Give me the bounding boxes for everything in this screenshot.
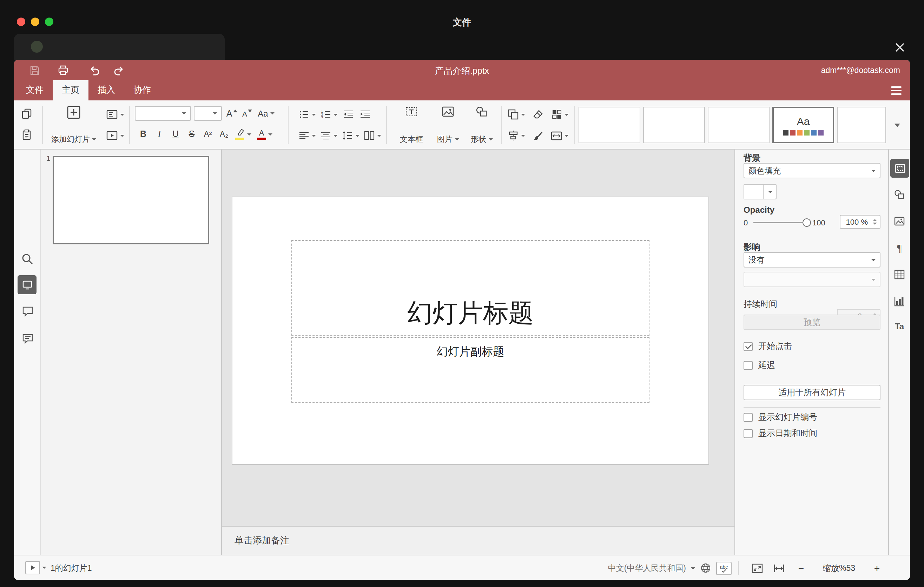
chevron-down-icon [691, 567, 695, 569]
theme-item[interactable] [708, 107, 769, 143]
slide-size-button[interactable] [549, 128, 570, 143]
subtitle-placeholder[interactable]: 幻灯片副标题 [291, 337, 650, 403]
change-case-button[interactable]: Aa [256, 106, 277, 121]
save-button[interactable] [28, 64, 41, 76]
fit-width-button[interactable] [770, 561, 787, 575]
image-settings-button[interactable] [891, 213, 908, 229]
italic-button[interactable]: I [152, 126, 167, 142]
delay-row: 延迟 [744, 359, 775, 371]
bullets-button[interactable] [298, 107, 317, 122]
color-scheme-button[interactable] [549, 107, 570, 122]
highlight-color-button[interactable] [233, 126, 253, 142]
paste-button[interactable] [18, 126, 35, 143]
zoom-in-button[interactable]: + [869, 561, 885, 575]
insert-shape-button[interactable]: 形状 [466, 102, 497, 147]
slide[interactable]: 幻灯片标题 幻灯片副标题 [233, 197, 708, 464]
horizontal-align-button[interactable] [298, 128, 317, 143]
tab-home[interactable]: 主页 [53, 80, 89, 101]
fill-color-select[interactable] [744, 184, 777, 200]
shape-settings-button[interactable] [891, 186, 908, 203]
opacity-slider[interactable] [753, 222, 807, 223]
language-select[interactable]: 中文(中华人民共和国) [608, 563, 686, 573]
notes-bar[interactable]: 单击添加备注 [222, 526, 734, 555]
feedback-button[interactable] [19, 330, 36, 347]
zoom-out-button[interactable]: − [794, 561, 809, 575]
text-art-settings-button[interactable]: Ta [891, 318, 908, 335]
increment-font-size-button[interactable]: A [225, 106, 239, 121]
table-settings-button[interactable] [891, 266, 908, 283]
theme-item-selected[interactable]: Aa [772, 107, 834, 143]
opacity-input[interactable]: 100 % [840, 215, 881, 229]
tab-file[interactable]: 文件 [17, 80, 53, 101]
tab-insert[interactable]: 插入 [89, 80, 124, 101]
underline-button[interactable]: U [168, 126, 183, 142]
paragraph-settings-button[interactable]: ¶ [891, 239, 908, 256]
insert-textbox-button[interactable]: 文本框 [393, 102, 430, 147]
vertical-align-button[interactable] [320, 128, 338, 143]
comments-button[interactable] [19, 303, 36, 320]
copy-button[interactable] [18, 106, 35, 122]
strikethrough-button[interactable]: S [185, 126, 199, 142]
apply-to-all-button[interactable]: 适用于所有幻灯片 [744, 385, 881, 400]
background-label: 背景 [744, 152, 761, 164]
title-placeholder[interactable]: 幻灯片标题 [291, 240, 650, 336]
line-spacing-button[interactable] [341, 128, 360, 143]
slides-panel-button[interactable] [18, 275, 36, 294]
start-on-click-checkbox[interactable] [744, 341, 753, 351]
effect-select[interactable]: 没有 [744, 252, 881, 267]
fit-slide-button[interactable] [749, 561, 765, 575]
theme-item[interactable] [579, 107, 640, 143]
font-color-button[interactable]: A [255, 126, 274, 142]
undo-button[interactable] [89, 64, 101, 76]
redo-button[interactable] [112, 64, 125, 76]
set-language-button[interactable] [700, 562, 711, 574]
subscript-button[interactable]: A₂ [217, 126, 231, 142]
columns-button[interactable] [363, 128, 382, 143]
tab-collaboration[interactable]: 协作 [124, 80, 160, 101]
highlight-color-swatch [235, 138, 244, 140]
arrange-shape-button[interactable] [505, 107, 526, 122]
clear-style-button[interactable] [530, 107, 546, 122]
chart-settings-button[interactable] [891, 293, 908, 310]
font-size-select[interactable] [194, 106, 222, 121]
copy-style-button[interactable] [530, 128, 546, 143]
numbering-button[interactable]: 123 [320, 107, 338, 122]
decrease-indent-button[interactable] [341, 107, 355, 122]
theme-gallery-expand-button[interactable] [889, 106, 906, 144]
menu-button[interactable] [891, 80, 901, 101]
slide-thumbnail[interactable] [53, 156, 209, 244]
start-slideshow-status-button[interactable] [25, 561, 46, 574]
insert-image-button[interactable]: 图片 [432, 102, 464, 147]
window-title: 文件 [0, 16, 924, 29]
start-slideshow-button[interactable] [104, 128, 126, 143]
bold-button[interactable]: B [136, 126, 150, 142]
zoom-label: 缩放%53 [811, 563, 867, 574]
start-on-click-row: 开始点击 [744, 341, 792, 352]
brush-icon [532, 130, 543, 141]
dialog-close-button[interactable] [892, 39, 907, 55]
delay-checkbox[interactable] [744, 361, 753, 370]
superscript-button[interactable]: A² [201, 126, 215, 142]
decrement-font-size-button[interactable]: A [240, 106, 254, 121]
show-date-time-checkbox[interactable] [744, 429, 753, 438]
fill-type-select[interactable]: 颜色填充 [744, 163, 881, 178]
search-button[interactable] [19, 251, 36, 267]
opacity-slider-knob[interactable] [802, 218, 811, 227]
theme-item[interactable] [837, 107, 886, 143]
spinner-arrows-icon[interactable] [873, 216, 877, 228]
effect-type-select[interactable] [744, 272, 881, 287]
print-button[interactable] [57, 64, 69, 76]
show-slide-number-checkbox[interactable] [744, 412, 753, 422]
spellcheck-button[interactable]: abc [716, 561, 732, 575]
font-name-select[interactable] [135, 106, 191, 121]
slide-layout-button[interactable] [104, 107, 126, 122]
increase-indent-button[interactable] [358, 107, 372, 122]
slide-settings-button[interactable] [890, 159, 909, 178]
chevron-down-icon [355, 134, 360, 137]
add-slide-button[interactable]: 添加幻灯片 [46, 102, 101, 147]
theme-item[interactable] [643, 107, 705, 143]
chevron-down-icon [455, 139, 459, 140]
preview-button[interactable]: 预览 [744, 315, 881, 330]
status-divider [738, 561, 739, 575]
align-shape-button[interactable] [505, 128, 526, 143]
